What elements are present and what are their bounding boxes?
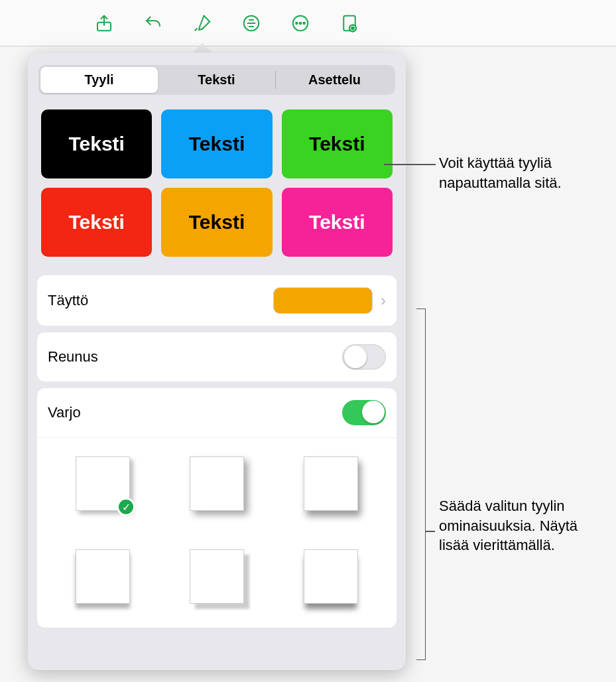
shadow-presets-grid: ✓ — [37, 437, 397, 628]
callout-line — [384, 164, 436, 165]
shadow-preview — [76, 549, 130, 604]
border-toggle[interactable] — [342, 344, 386, 370]
tab-text[interactable]: Teksti — [158, 67, 275, 93]
style-preset-blue[interactable]: Teksti — [161, 109, 272, 178]
chevron-right-icon: › — [381, 291, 386, 310]
shadow-toggle[interactable] — [342, 400, 386, 425]
check-icon: ✓ — [117, 498, 135, 516]
share-button[interactable] — [90, 9, 119, 38]
shadow-section: Varjo ✓ — [37, 388, 397, 628]
shadow-preview — [304, 549, 358, 604]
svg-point-9 — [351, 27, 354, 29]
callout-bracket — [416, 308, 426, 660]
border-row: Reunus — [37, 332, 397, 381]
shadow-preset-6[interactable] — [284, 540, 378, 613]
shadow-preset-3[interactable] — [284, 447, 378, 520]
style-preset-pink[interactable]: Teksti — [282, 188, 393, 257]
shadow-preset-2[interactable] — [170, 447, 264, 520]
shadow-preset-1[interactable]: ✓ — [56, 447, 150, 520]
style-preset-red[interactable]: Teksti — [41, 188, 152, 257]
tab-segmented-control: Tyyli Teksti Asettelu — [38, 65, 395, 95]
undo-button[interactable] — [139, 9, 168, 38]
border-section: Reunus — [37, 332, 397, 381]
toolbar — [0, 0, 616, 46]
style-presets-grid: Teksti Teksti Teksti Teksti Teksti Tekst… — [28, 103, 406, 269]
format-popover: Tyyli Teksti Asettelu Teksti Teksti Teks… — [28, 53, 406, 670]
style-preset-orange[interactable]: Teksti — [161, 188, 272, 257]
document-settings-button[interactable] — [335, 9, 364, 38]
style-preset-green[interactable]: Teksti — [282, 109, 393, 178]
more-button[interactable] — [286, 9, 315, 38]
callout-apply-style: Voit käyttää tyyliä napauttamalla sitä. — [439, 153, 605, 192]
svg-point-4 — [300, 22, 302, 24]
shadow-preset-5[interactable] — [170, 540, 264, 613]
insert-button[interactable] — [237, 9, 266, 38]
svg-point-3 — [296, 22, 298, 24]
callout-adjust-props: Säädä valitun tyylin ominaisuuksia. Näyt… — [439, 496, 605, 555]
shadow-preview — [190, 456, 244, 511]
fill-label: Täyttö — [48, 292, 273, 309]
callout-line — [426, 531, 435, 532]
border-label: Reunus — [48, 348, 342, 366]
tab-style[interactable]: Tyyli — [40, 67, 158, 93]
switch-knob — [344, 346, 367, 368]
shadow-row: Varjo — [37, 388, 397, 437]
shadow-preset-4[interactable] — [56, 540, 150, 613]
fill-color-swatch[interactable] — [273, 287, 373, 314]
shadow-label: Varjo — [48, 404, 342, 421]
tab-layout[interactable]: Asettelu — [276, 67, 393, 93]
svg-point-5 — [303, 22, 305, 24]
shadow-preview — [190, 549, 244, 604]
switch-knob — [362, 401, 385, 423]
shadow-preview — [304, 456, 358, 511]
format-brush-button[interactable] — [188, 9, 217, 38]
style-preset-black[interactable]: Teksti — [41, 109, 152, 178]
fill-row[interactable]: Täyttö › — [37, 275, 397, 326]
fill-section: Täyttö › — [37, 275, 397, 326]
